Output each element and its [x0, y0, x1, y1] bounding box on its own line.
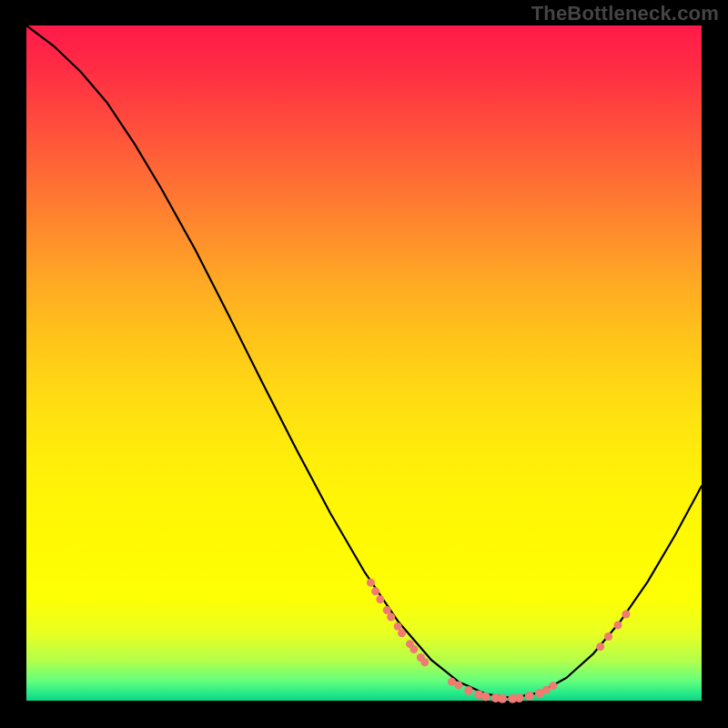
- data-point: [387, 613, 395, 622]
- data-point: [376, 595, 384, 603]
- data-point: [525, 692, 534, 701]
- data-point: [398, 629, 406, 637]
- data-point: [604, 632, 612, 641]
- curve-svg: [26, 25, 702, 701]
- data-point: [481, 693, 490, 702]
- markers-group: [367, 579, 630, 703]
- plot-area: [26, 25, 702, 701]
- data-point: [498, 694, 507, 703]
- data-point: [367, 579, 375, 587]
- watermark-label: TheBottleneck.com: [531, 2, 719, 25]
- data-point: [464, 686, 473, 695]
- chart-frame: TheBottleneck.com: [0, 0, 728, 728]
- data-point: [420, 658, 429, 666]
- data-point: [614, 621, 622, 629]
- data-point: [371, 587, 379, 595]
- data-point: [596, 642, 604, 651]
- data-point: [622, 611, 630, 619]
- bottleneck-curve: [26, 25, 702, 698]
- data-point: [410, 645, 418, 653]
- data-point: [454, 681, 462, 689]
- data-point: [515, 693, 524, 703]
- data-point: [549, 682, 557, 690]
